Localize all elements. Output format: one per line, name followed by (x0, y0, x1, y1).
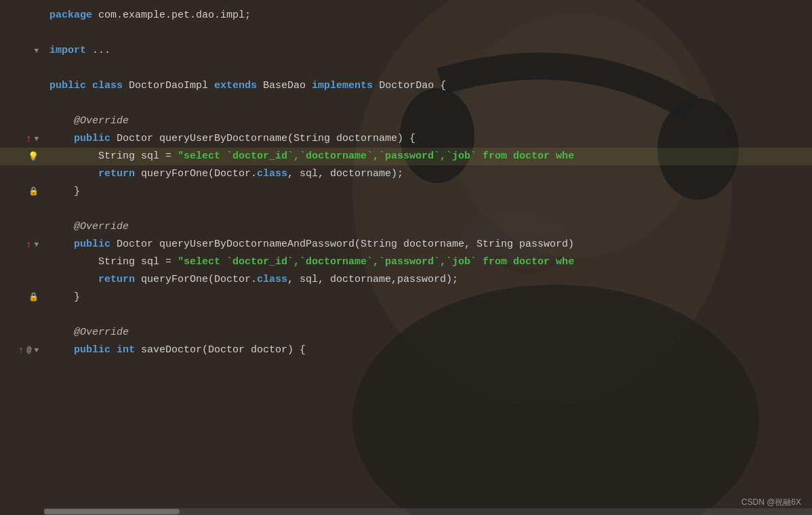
code-line: package com.example.pet.dao.impl; (0, 7, 812, 24)
arrow-up-icon: ↑ (26, 134, 31, 144)
code-line: public class DoctorDaoImpl extends BaseD… (0, 77, 812, 95)
code-line (0, 95, 812, 112)
code-text: import ... (44, 42, 110, 60)
fold-icon[interactable]: ▼ (34, 136, 39, 143)
at-icon: @ (26, 346, 31, 354)
code-text: return queryForOne(Doctor.class, sql, do… (44, 165, 403, 183)
scrollbar-thumb[interactable] (44, 509, 180, 514)
code-text: String sql = "select `doctor_id`,`doctor… (44, 148, 574, 165)
line-gutter: ↑▼ (0, 134, 44, 144)
line-gutter: 💡 (0, 152, 44, 161)
fold-icon[interactable]: ▼ (34, 347, 39, 354)
code-text: public class DoctorDaoImpl extends BaseD… (44, 77, 446, 95)
code-line: 🔒} (0, 289, 812, 306)
code-line: ▼import ... (0, 42, 812, 60)
fold-icon[interactable]: ▼ (34, 47, 39, 55)
bulb-icon[interactable]: 💡 (28, 152, 39, 161)
code-content: package com.example.pet.dao.impl;▼import… (0, 0, 812, 366)
code-line (0, 24, 812, 42)
lock-icon: 🔒 (28, 188, 39, 196)
code-line: return queryForOne(Doctor.class, sql, do… (0, 165, 812, 183)
lock-icon: 🔒 (28, 293, 39, 302)
code-line (0, 306, 812, 324)
code-text: } (44, 289, 80, 306)
code-editor: package com.example.pet.dao.impl;▼import… (0, 0, 812, 515)
code-line: 💡String sql = "select `doctor_id`,`docto… (0, 148, 812, 165)
code-text: package com.example.pet.dao.impl; (44, 7, 251, 24)
watermark: CSDN @祝融6X (742, 497, 801, 508)
code-line: @Override (0, 324, 812, 342)
fold-icon[interactable]: ▼ (34, 241, 39, 249)
code-text: String sql = "select `doctor_id`,`doctor… (44, 253, 574, 271)
line-gutter: 🔒 (0, 293, 44, 302)
code-line: ↑▼public Doctor queryUserByDoctorname(St… (0, 130, 812, 148)
code-line: ↑▼public Doctor queryUserByDoctornameAnd… (0, 236, 812, 253)
code-text: public int saveDoctor(Doctor doctor) { (44, 342, 306, 359)
code-line (0, 201, 812, 218)
code-line: String sql = "select `doctor_id`,`doctor… (0, 253, 812, 271)
code-text: } (44, 183, 80, 201)
code-line: @Override (0, 218, 812, 236)
code-text: @Override (44, 112, 129, 130)
code-text: public Doctor queryUserByDoctornameAndPa… (44, 236, 574, 253)
horizontal-scrollbar[interactable] (44, 508, 812, 515)
line-gutter: ↑▼ (0, 240, 44, 249)
line-gutter: 🔒 (0, 188, 44, 196)
arrow-up-icon: ↑ (26, 240, 31, 249)
code-text: return queryForOne(Doctor.class, sql, do… (44, 271, 458, 289)
code-text: @Override (44, 324, 129, 342)
code-line: @Override (0, 112, 812, 130)
code-line: return queryForOne(Doctor.class, sql, do… (0, 271, 812, 289)
code-text: public Doctor queryUserByDoctorname(Stri… (44, 130, 415, 148)
code-line: 🔒} (0, 183, 812, 201)
arrow-up-icon: ↑ (18, 346, 24, 355)
code-text: @Override (44, 218, 129, 236)
code-line (0, 60, 812, 77)
code-line: ↑@▼public int saveDoctor(Doctor doctor) … (0, 342, 812, 359)
line-gutter: ▼ (0, 47, 44, 55)
line-gutter: ↑@▼ (0, 346, 44, 355)
